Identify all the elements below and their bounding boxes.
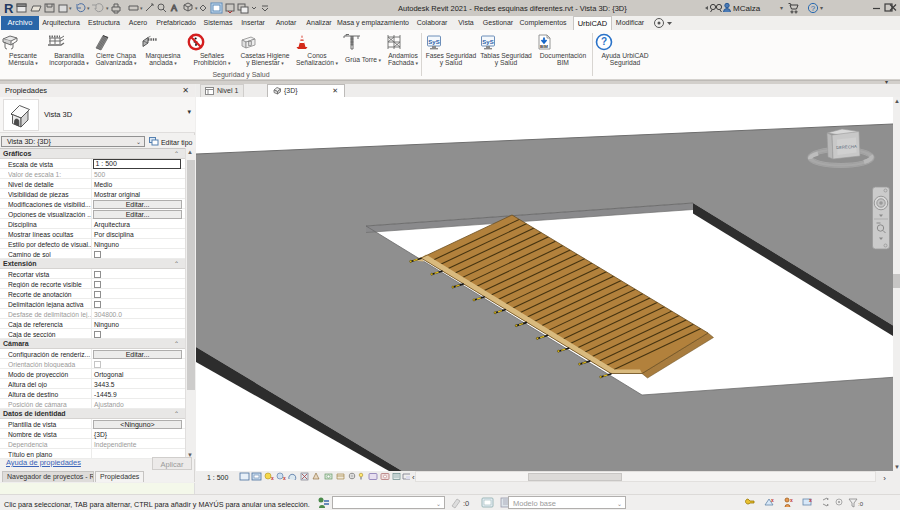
- svg-text:▾: ▾: [69, 5, 72, 11]
- svg-text:▾: ▾: [140, 5, 143, 11]
- svg-text:▾: ▾: [106, 5, 109, 11]
- svg-text:BIM: BIM: [540, 44, 548, 49]
- svg-text:▾: ▾: [780, 5, 783, 11]
- svg-text:x: x: [809, 497, 812, 503]
- svg-text:?: ?: [601, 36, 607, 47]
- svg-text::0: :0: [463, 499, 469, 508]
- svg-text:A: A: [171, 3, 177, 13]
- svg-text:R: R: [4, 1, 14, 16]
- svg-text:x: x: [283, 475, 286, 481]
- svg-text:MCalza: MCalza: [733, 4, 761, 13]
- svg-text:SyS: SyS: [428, 39, 439, 45]
- svg-text:x: x: [771, 497, 774, 503]
- svg-text:▾: ▾: [195, 5, 198, 11]
- svg-text:?: ?: [811, 4, 816, 13]
- svg-text::0: :0: [858, 501, 864, 507]
- svg-text:SyS: SyS: [482, 39, 493, 45]
- svg-text:x: x: [271, 475, 274, 481]
- svg-text:▾: ▾: [87, 5, 90, 11]
- svg-text:x: x: [790, 497, 793, 503]
- svg-text:▾: ▾: [820, 5, 823, 11]
